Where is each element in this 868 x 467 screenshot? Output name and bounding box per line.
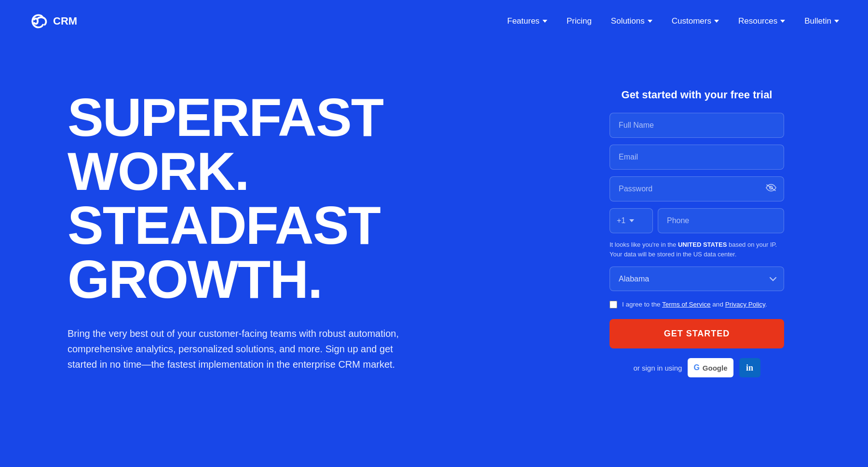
- password-toggle-icon[interactable]: [766, 184, 776, 194]
- get-started-button[interactable]: GET STARTED: [610, 319, 784, 348]
- terms-text: I agree to the Terms of Service and Priv…: [622, 300, 767, 309]
- nav-item-resources[interactable]: Resources: [738, 16, 785, 26]
- resources-dropdown-icon: [780, 20, 785, 23]
- hero-headline: SUPERFAST WORK. STEADFAST GROWTH.: [68, 91, 564, 307]
- features-dropdown-icon: [542, 20, 547, 23]
- signup-form-card: Get started with your free trial: [593, 71, 800, 394]
- hero-subtext: Bring the very best out of your customer…: [68, 326, 405, 372]
- phone-group: +1: [610, 208, 784, 233]
- nav-link-pricing[interactable]: Pricing: [567, 16, 592, 26]
- nav-link-resources[interactable]: Resources: [738, 16, 785, 26]
- google-label: Google: [703, 364, 728, 372]
- nav-links: Features Pricing Solutions Customers Res…: [507, 16, 839, 26]
- navbar: CRM Features Pricing Solutions Customers: [0, 0, 868, 42]
- password-input[interactable]: [610, 176, 784, 201]
- phone-country-selector[interactable]: +1: [610, 208, 653, 233]
- nav-item-solutions[interactable]: Solutions: [611, 16, 652, 26]
- full-name-group: [610, 113, 784, 138]
- nav-item-features[interactable]: Features: [507, 16, 547, 26]
- hero-section: SUPERFAST WORK. STEADFAST GROWTH. Bring …: [0, 42, 868, 467]
- nav-link-features[interactable]: Features: [507, 16, 547, 26]
- location-country: UNITED STATES: [678, 241, 727, 248]
- form-title: Get started with your free trial: [610, 89, 784, 101]
- country-dropdown-icon: [629, 219, 634, 222]
- email-input[interactable]: [610, 145, 784, 170]
- terms-checkbox[interactable]: [610, 301, 617, 308]
- email-group: [610, 145, 784, 170]
- logo-icon: [29, 12, 48, 31]
- country-code: +1: [617, 216, 625, 225]
- brand-name: CRM: [53, 15, 77, 27]
- terms-of-service-link[interactable]: Terms of Service: [662, 301, 711, 308]
- terms-row: I agree to the Terms of Service and Priv…: [610, 300, 784, 309]
- nav-item-pricing[interactable]: Pricing: [567, 16, 592, 26]
- bulletin-dropdown-icon: [834, 20, 839, 23]
- solutions-dropdown-icon: [648, 20, 652, 23]
- state-select-group: Alabama Alaska Arizona California Colora…: [610, 267, 784, 291]
- hero-left: SUPERFAST WORK. STEADFAST GROWTH. Bring …: [68, 71, 564, 372]
- nav-link-bulletin[interactable]: Bulletin: [804, 16, 839, 26]
- customers-dropdown-icon: [714, 20, 719, 23]
- password-group: [610, 176, 784, 201]
- phone-input[interactable]: [658, 208, 784, 233]
- sign-in-text: or sign in using: [633, 364, 682, 372]
- nav-item-customers[interactable]: Customers: [672, 16, 719, 26]
- location-notice: It looks like you're in the UNITED STATE…: [610, 240, 784, 259]
- full-name-input[interactable]: [610, 113, 784, 138]
- nav-link-solutions[interactable]: Solutions: [611, 16, 652, 26]
- google-g-icon: G: [693, 363, 699, 372]
- social-sign-in-row: or sign in using G Google in: [610, 358, 784, 377]
- linkedin-icon: in: [746, 363, 753, 373]
- nav-link-customers[interactable]: Customers: [672, 16, 719, 26]
- linkedin-sign-in-button[interactable]: in: [739, 358, 760, 377]
- google-sign-in-button[interactable]: G Google: [688, 358, 733, 377]
- privacy-policy-link[interactable]: Privacy Policy: [725, 301, 765, 308]
- state-select[interactable]: Alabama Alaska Arizona California Colora…: [610, 267, 784, 291]
- brand-logo[interactable]: CRM: [29, 12, 77, 31]
- nav-item-bulletin[interactable]: Bulletin: [804, 16, 839, 26]
